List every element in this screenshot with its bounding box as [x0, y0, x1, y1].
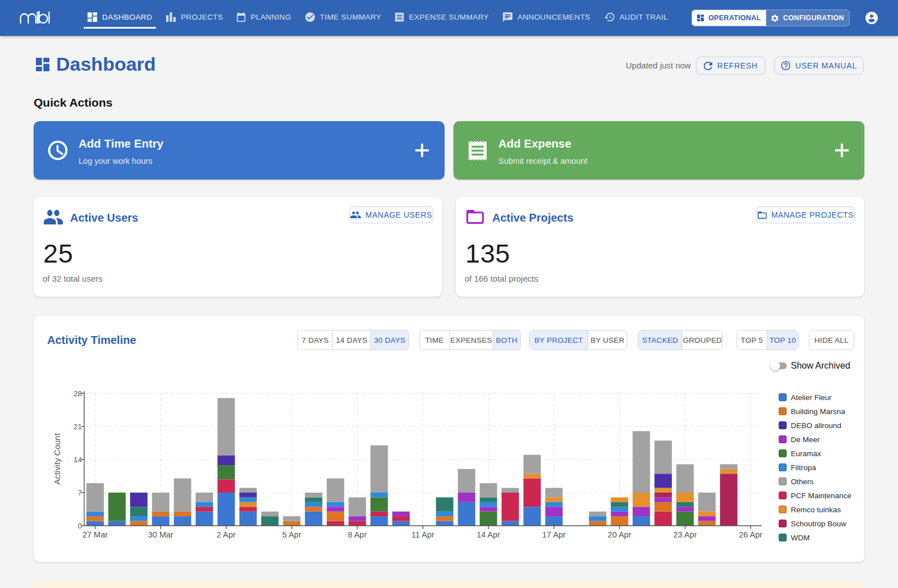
svg-text:17 Apr: 17 Apr	[542, 530, 566, 539]
svg-text:Filtropa: Filtropa	[791, 463, 817, 472]
svg-text:Others: Others	[791, 477, 814, 486]
svg-text:14: 14	[74, 456, 83, 464]
svg-text:21: 21	[74, 422, 82, 431]
svg-text:30 Mar: 30 Mar	[148, 530, 173, 539]
svg-text:Euramax: Euramax	[791, 449, 821, 458]
svg-text:5 Apr: 5 Apr	[282, 530, 301, 539]
svg-text:14 Apr: 14 Apr	[477, 530, 500, 539]
svg-text:11 Apr: 11 Apr	[411, 530, 434, 539]
svg-text:Activity Count: Activity Count	[52, 433, 62, 485]
svg-text:PCF Maintenance: PCF Maintenance	[791, 491, 851, 500]
svg-text:Building Marsna: Building Marsna	[791, 407, 845, 416]
svg-text:Schoutrop Bouw: Schoutrop Bouw	[791, 520, 846, 528]
svg-text:WDM: WDM	[791, 534, 810, 542]
svg-text:27 Mar: 27 Mar	[83, 530, 108, 539]
svg-text:Atelier Fleur: Atelier Fleur	[791, 393, 832, 402]
svg-text:20 Apr: 20 Apr	[608, 530, 631, 539]
svg-text:De Meer: De Meer	[791, 435, 820, 444]
svg-text:26 Apr: 26 Apr	[739, 530, 762, 539]
svg-text:Remco tuinkas: Remco tuinkas	[791, 506, 841, 514]
svg-text:8 Apr: 8 Apr	[348, 530, 367, 539]
svg-text:23 Apr: 23 Apr	[674, 530, 697, 539]
svg-text:7: 7	[77, 489, 82, 497]
svg-text:DEBO allround: DEBO allround	[791, 421, 841, 430]
svg-text:28: 28	[74, 389, 82, 398]
svg-text:2 Apr: 2 Apr	[217, 530, 236, 539]
svg-text:0: 0	[77, 522, 82, 530]
